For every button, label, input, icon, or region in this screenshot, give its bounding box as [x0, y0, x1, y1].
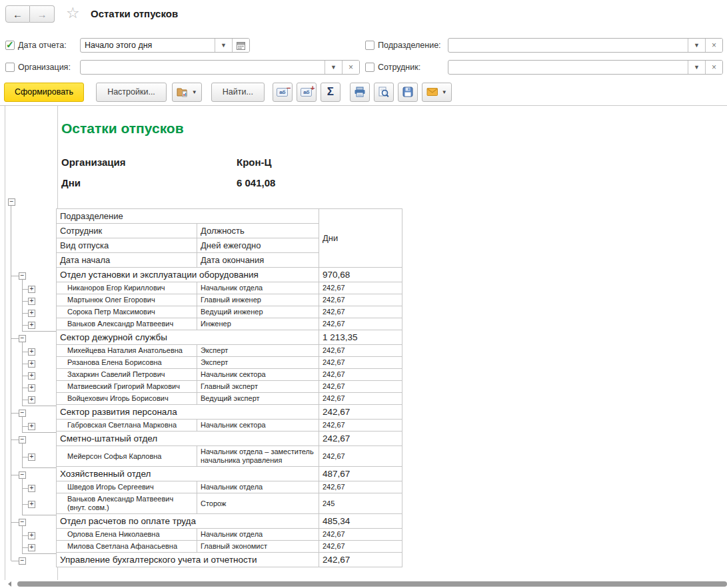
employee-clear-button[interactable]: ×	[705, 61, 722, 74]
expand-employee-button[interactable]: +	[28, 453, 35, 461]
employee-days-cell[interactable]: 242,67	[319, 306, 402, 318]
collapse-group-button[interactable]: −	[19, 519, 26, 526]
employee-name-cell[interactable]: Шведов Игорь Сергеевич	[57, 481, 197, 493]
group-days-cell[interactable]: 1 213,35	[319, 330, 402, 345]
generate-button[interactable]: Сформировать	[4, 83, 84, 102]
expand-employee-button[interactable]: +	[28, 384, 35, 392]
employee-days-cell[interactable]: 242,67	[319, 481, 402, 493]
group-days-cell[interactable]: 485,34	[319, 514, 402, 529]
group-name-cell[interactable]: Сектор развития персонала	[57, 405, 319, 420]
employee-dropdown-button[interactable]: ▼	[688, 61, 705, 74]
employee-position-cell[interactable]: Начальник сектора	[197, 420, 319, 432]
employee-days-cell[interactable]: 242,67	[319, 357, 402, 369]
employee-position-cell[interactable]: Ведущий инженер	[197, 306, 319, 318]
expand-employee-button[interactable]: +	[28, 423, 35, 430]
employee-position-cell[interactable]: Инженер	[197, 318, 319, 330]
employee-checkbox[interactable]	[365, 63, 374, 72]
group-days-cell[interactable]: 242,67	[319, 405, 402, 420]
header-cell[interactable]: Вид отпуска	[57, 238, 197, 253]
department-clear-button[interactable]: ×	[705, 39, 722, 52]
employee-days-cell[interactable]: 245	[319, 493, 402, 514]
forward-button[interactable]: →	[30, 5, 55, 23]
employee-position-cell[interactable]: Ведущий эксперт	[197, 393, 319, 405]
employee-position-cell[interactable]: Сторож	[197, 493, 319, 514]
horizontal-scrollbar[interactable]	[0, 580, 727, 588]
collapse-group-button[interactable]: −	[19, 471, 26, 479]
find-button[interactable]: Найти...	[211, 83, 265, 102]
group-name-cell[interactable]: Сектор дежурной службы	[57, 330, 319, 345]
employee-name-cell[interactable]: Орлова Елена Николаевна	[57, 529, 197, 541]
sum-button[interactable]: Σ	[321, 83, 341, 102]
employee-days-cell[interactable]: 242,67	[319, 529, 402, 541]
group-name-cell[interactable]: Отдел расчетов по оплате труда	[57, 514, 319, 529]
employee-position-cell[interactable]: Главный экономист	[197, 541, 319, 553]
employee-days-cell[interactable]: 242,67	[319, 541, 402, 553]
employee-name-cell[interactable]: Рязанова Елена Борисовна	[57, 357, 197, 369]
department-field[interactable]: ▼ ×	[448, 38, 723, 53]
expand-employee-button[interactable]: +	[28, 372, 35, 380]
employee-name-cell[interactable]: Михейцева Наталия Анатольевна	[57, 345, 197, 357]
scroll-left-arrow-icon[interactable]	[8, 581, 11, 587]
employee-name-cell[interactable]: Никаноров Егор Кириллович	[57, 282, 197, 294]
print-preview-button[interactable]	[374, 83, 394, 102]
header-cell[interactable]: Сотрудник	[57, 224, 197, 238]
employee-days-cell[interactable]: 242,67	[319, 345, 402, 357]
employee-days-cell[interactable]: 242,67	[319, 369, 402, 381]
group-days-cell[interactable]: 242,67	[319, 432, 402, 446]
settings-button[interactable]: Настройки...	[96, 83, 167, 102]
expand-employee-button[interactable]: +	[28, 485, 35, 492]
expand-employee-button[interactable]: +	[28, 348, 35, 356]
scrollbar-thumb[interactable]	[17, 581, 727, 587]
group-days-cell[interactable]: 970,68	[319, 268, 402, 282]
group-days-cell[interactable]: 242,67	[319, 553, 402, 567]
group-name-cell[interactable]: Отдел установки и эксплуатации оборудова…	[57, 268, 319, 282]
employee-position-cell[interactable]: Эксперт	[197, 357, 319, 369]
expand-employee-button[interactable]: +	[28, 360, 35, 368]
group-days-cell[interactable]: 487,67	[319, 467, 402, 481]
header-cell[interactable]: Дней ежегодно	[197, 238, 319, 253]
employee-field[interactable]: ▼ ×	[448, 60, 723, 75]
collapse-group-button[interactable]: −	[19, 335, 26, 342]
employee-position-cell[interactable]: Начальник отдела	[197, 282, 319, 294]
employee-position-cell[interactable]: Начальник сектора	[197, 369, 319, 381]
employee-position-cell[interactable]: Главный инженер	[197, 294, 319, 306]
expand-employee-button[interactable]: +	[28, 501, 35, 508]
header-cell[interactable]: Дата начала	[57, 253, 197, 268]
employee-days-cell[interactable]: 242,67	[319, 318, 402, 330]
collapse-groups-button[interactable]: аб−	[273, 83, 293, 102]
employee-position-cell[interactable]: Главный эксперт	[197, 381, 319, 393]
employee-position-cell[interactable]: Эксперт	[197, 345, 319, 357]
employee-name-cell[interactable]: Войцехович Игорь Борисович	[57, 393, 197, 405]
collapse-group-button[interactable]: −	[19, 410, 26, 417]
employee-name-cell[interactable]: Милова Светлана Афанасьевна	[57, 541, 197, 553]
department-dropdown-button[interactable]: ▼	[688, 39, 705, 52]
employee-days-cell[interactable]: 242,67	[319, 381, 402, 393]
group-name-cell[interactable]: Хозяйственный отдел	[57, 467, 319, 481]
employee-position-cell[interactable]: Начальник отдела	[197, 481, 319, 493]
expand-employee-button[interactable]: +	[28, 544, 35, 551]
employee-name-cell[interactable]: Захаркин Савелий Петрович	[57, 369, 197, 381]
employee-name-cell[interactable]: Матвиевский Григорий Маркович	[57, 381, 197, 393]
expand-employee-button[interactable]: +	[28, 396, 35, 404]
header-cell[interactable]: Должность	[197, 224, 319, 238]
header-cell[interactable]: Дата окончания	[197, 253, 319, 268]
header-days-cell[interactable]: Дни	[319, 209, 402, 268]
employee-name-cell[interactable]: Мейерсон Софья Карловна	[57, 446, 197, 467]
employee-days-cell[interactable]: 242,67	[319, 294, 402, 306]
mail-button[interactable]: ▼	[422, 83, 452, 102]
expand-employee-button[interactable]: +	[28, 310, 35, 317]
collapse-group-button[interactable]: −	[19, 272, 26, 280]
expand-employee-button[interactable]: +	[28, 532, 35, 539]
expand-employee-button[interactable]: +	[28, 322, 35, 329]
save-button[interactable]	[398, 83, 418, 102]
employee-days-cell[interactable]: 242,67	[319, 420, 402, 432]
employee-days-cell[interactable]: 242,67	[319, 282, 402, 294]
employee-name-cell[interactable]: Мартынюк Олег Егорович	[57, 294, 197, 306]
collapse-report-button[interactable]: −	[8, 198, 15, 206]
department-value[interactable]	[448, 39, 688, 52]
employee-days-cell[interactable]: 242,67	[319, 393, 402, 405]
collapse-group-button[interactable]: −	[19, 557, 26, 565]
employee-position-cell[interactable]: Начальник отдела – заместитель начальник…	[197, 446, 319, 467]
employee-name-cell[interactable]: Ваньков Александр Матвеевич	[57, 318, 197, 330]
expand-employee-button[interactable]: +	[28, 298, 35, 305]
